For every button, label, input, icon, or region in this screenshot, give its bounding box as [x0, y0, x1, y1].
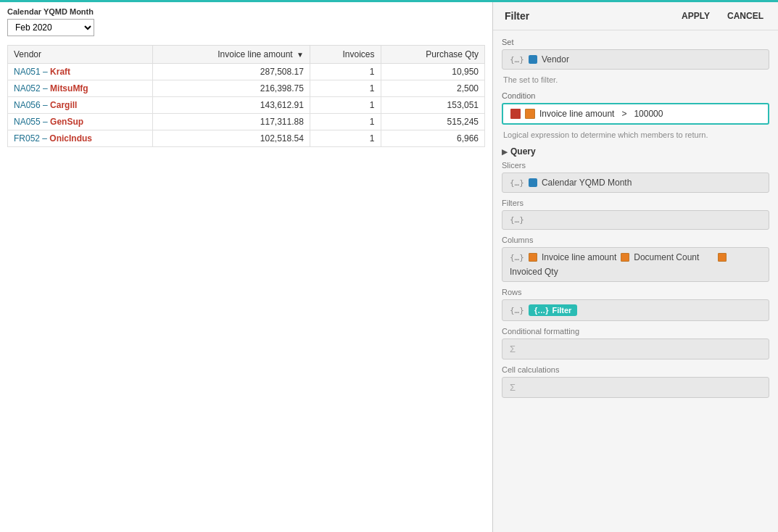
filter-badge: {…} Filter — [529, 304, 577, 316]
filter-header: Filter APPLY CANCEL — [493, 2, 778, 30]
cell-purchase-qty: 153,051 — [381, 97, 485, 114]
calendar-member-icon — [529, 178, 537, 187]
filter-title: Filter — [505, 10, 529, 22]
set-value: Vendor — [542, 54, 569, 65]
vendor-member-icon — [529, 55, 537, 64]
right-content: Set {…} Vendor The set to filter. Condit… — [493, 30, 778, 532]
filters-braces-icon: {…} — [510, 215, 524, 225]
query-label: Query — [510, 146, 536, 157]
calendar-label: Calendar YQMD Month — [7, 7, 485, 16]
cell-invoice-amount: 216,398.75 — [152, 80, 310, 97]
orange-cube-icon — [525, 109, 535, 119]
filter-header-actions: APPLY CANCEL — [679, 9, 766, 22]
table-row: NA055 – GenSup117,311.881515,245 — [8, 114, 485, 130]
cell-calculations-label: Cell calculations — [502, 365, 769, 374]
red-cube-icon — [510, 109, 521, 119]
columns-label: Columns — [502, 236, 769, 244]
cell-invoices: 1 — [310, 114, 381, 130]
right-panel: Filter APPLY CANCEL Set {…} Vendor The s… — [493, 0, 778, 532]
slicers-label: Slicers — [502, 161, 769, 170]
col1-icon — [529, 253, 537, 262]
cell-invoices: 1 — [310, 97, 381, 114]
cancel-button[interactable]: CANCEL — [724, 9, 766, 22]
cell-invoices: 1 — [310, 64, 381, 80]
condition-measure: Invoice line amount — [539, 109, 614, 119]
apply-button[interactable]: APPLY — [679, 9, 713, 22]
set-hint: The set to filter. — [502, 75, 769, 84]
table-row: NA052 – MitsuMfg216,398.7512,500 — [8, 80, 485, 97]
col3-label: Invoiced Qty — [510, 267, 558, 277]
cell-invoice-amount: 102,518.54 — [152, 130, 310, 147]
cell-vendor: NA056 – Cargill — [8, 97, 153, 114]
col3-icon — [718, 253, 727, 262]
condition-box[interactable]: Invoice line amount > 100000 — [502, 103, 769, 125]
cell-vendor: NA051 – Kraft — [8, 64, 153, 80]
set-box: {…} Vendor — [502, 49, 769, 70]
rows-braces-icon: {…} — [510, 306, 524, 315]
progress-bar — [0, 0, 493, 2]
table-row: NA056 – Cargill143,612.911153,051 — [8, 97, 485, 114]
sort-arrow-desc: ▼ — [297, 51, 304, 59]
filters-box: {…} — [502, 210, 769, 230]
cell-invoice-amount: 143,612.91 — [152, 97, 310, 114]
table-row: FR052 – OnicIndus102,518.5416,966 — [8, 130, 485, 147]
sigma-icon-1: Σ — [510, 344, 516, 354]
filters-label: Filters — [502, 199, 769, 207]
cell-purchase-qty: 515,245 — [381, 114, 485, 130]
data-table: Vendor Invoice line amount ▼ Invoices Pu… — [7, 45, 485, 147]
col2-icon — [621, 253, 629, 262]
conditional-formatting-label: Conditional formatting — [502, 327, 769, 336]
sigma-icon-2: Σ — [510, 382, 516, 393]
cell-calculations-box: Σ — [502, 377, 769, 398]
slicers-box: {…} Calendar YQMD Month — [502, 173, 769, 193]
filter-badge-text: Filter — [552, 306, 571, 315]
condition-label: Condition — [502, 91, 769, 100]
columns-braces-icon: {…} — [510, 253, 524, 262]
cell-vendor: FR052 – OnicIndus — [8, 130, 153, 147]
col-vendor: Vendor — [8, 46, 153, 64]
col-purchase-qty: Purchase Qty — [381, 46, 485, 64]
columns-box: {…} Invoice line amount Document Count I… — [502, 247, 769, 282]
col1-label: Invoice line amount — [542, 252, 616, 262]
cell-purchase-qty: 6,966 — [381, 130, 485, 147]
query-arrow-icon: ▶ — [502, 148, 508, 156]
condition-hint: Logical expression to determine which me… — [502, 130, 769, 139]
cell-invoices: 1 — [310, 130, 381, 147]
cell-vendor: NA055 – GenSup — [8, 114, 153, 130]
set-label: Set — [502, 38, 769, 46]
condition-row: Invoice line amount > 100000 — [510, 109, 663, 119]
braces-icon: {…} — [510, 55, 524, 65]
rows-box: {…} {…} Filter — [502, 299, 769, 321]
table-row: NA051 – Kraft287,508.17110,950 — [8, 64, 485, 80]
condition-operator: > — [621, 109, 626, 119]
month-select[interactable]: Feb 2020 Jan 2020 Mar 2020 Apr 2020 — [7, 19, 94, 36]
slicers-value: Calendar YQMD Month — [542, 178, 632, 188]
col-invoices: Invoices — [310, 46, 381, 64]
conditional-formatting-box: Σ — [502, 338, 769, 359]
condition-value: 100000 — [634, 109, 663, 119]
cell-vendor: NA052 – MitsuMfg — [8, 80, 153, 97]
col2-label: Document Count — [634, 252, 699, 262]
rows-label: Rows — [502, 288, 769, 296]
filter-badge-braces: {…} — [534, 306, 549, 315]
query-section-header: ▶ Query — [502, 146, 769, 157]
cell-invoice-amount: 287,508.17 — [152, 64, 310, 80]
left-panel: Calendar YQMD Month Feb 2020 Jan 2020 Ma… — [0, 0, 493, 532]
slicers-braces-icon: {…} — [510, 178, 524, 188]
cell-invoice-amount: 117,311.88 — [152, 114, 310, 130]
col-invoice-amount: Invoice line amount ▼ — [152, 46, 310, 64]
cell-invoices: 1 — [310, 80, 381, 97]
cell-purchase-qty: 10,950 — [381, 64, 485, 80]
cell-purchase-qty: 2,500 — [381, 80, 485, 97]
